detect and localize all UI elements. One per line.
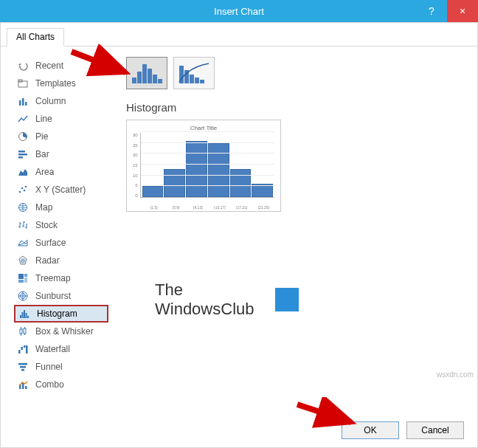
sidebar-item-line[interactable]: Line — [14, 110, 108, 128]
cancel-button[interactable]: Cancel — [406, 421, 464, 439]
svg-rect-33 — [21, 369, 24, 371]
sidebar-item-label: Area — [35, 167, 54, 177]
watermark-text: The WindowsClub — [155, 280, 254, 319]
window-title: Insert Chart — [214, 6, 264, 17]
subtype-pareto[interactable] — [173, 57, 215, 89]
watermark: The WindowsClub — [155, 280, 299, 319]
bar — [142, 186, 164, 197]
svg-rect-41 — [153, 75, 157, 83]
sidebar-item-recent[interactable]: Recent — [14, 57, 108, 75]
titlebar: Insert Chart ? × — [0, 0, 478, 22]
treemap-icon — [17, 272, 29, 284]
svg-point-9 — [19, 191, 21, 193]
scatter-icon — [17, 184, 29, 196]
sidebar-item-sunburst[interactable]: Sunburst — [14, 287, 108, 305]
window-controls: ? × — [416, 0, 478, 22]
sidebar-item-waterfall[interactable]: Waterfall — [14, 340, 108, 358]
sidebar-item-templates[interactable]: Templates — [14, 75, 108, 92]
sidebar-item-stock[interactable]: Stock — [14, 216, 108, 234]
sidebar-item-label: Line — [35, 114, 52, 124]
svg-rect-21 — [22, 312, 24, 318]
column-icon — [17, 95, 29, 107]
surface-icon — [17, 237, 29, 249]
svg-rect-31 — [18, 363, 27, 365]
svg-rect-23 — [26, 313, 27, 318]
bar — [230, 169, 252, 197]
tabstrip: All Charts — [1, 23, 477, 46]
svg-rect-42 — [158, 79, 162, 83]
x-axis: [1,5](5,9](9,13](13,17](17,21](21,25] — [133, 205, 274, 210]
svg-rect-15 — [24, 274, 27, 277]
funnel-icon — [17, 361, 29, 373]
tab-all-charts[interactable]: All Charts — [7, 28, 64, 46]
box-icon — [17, 325, 29, 337]
sidebar-item-x-y-scatter-[interactable]: X Y (Scatter) — [14, 181, 108, 199]
svg-rect-36 — [25, 386, 27, 389]
sidebar-item-label: Radar — [35, 255, 60, 266]
sidebar-item-column[interactable]: Column — [14, 92, 108, 110]
line-icon — [17, 113, 29, 125]
sidebar-item-label: Stock — [35, 220, 58, 230]
sidebar-item-combo[interactable]: Combo — [14, 376, 108, 393]
subtype-histogram[interactable] — [126, 57, 167, 89]
svg-rect-25 — [20, 329, 22, 334]
sidebar-item-label: Surface — [35, 238, 66, 248]
sidebar-item-label: Combo — [35, 379, 64, 390]
sidebar-item-label: Recent — [35, 61, 63, 71]
chart-preview[interactable]: Chart Title 302520151050 [1,5](5,9](9,13… — [126, 120, 281, 212]
bar — [208, 143, 229, 197]
svg-rect-27 — [18, 350, 21, 354]
undo-icon — [17, 60, 29, 72]
sidebar-item-box-whisker[interactable]: Box & Whisker — [14, 323, 108, 340]
svg-rect-20 — [20, 315, 21, 318]
ok-button[interactable]: OK — [342, 421, 399, 439]
plot-area — [140, 133, 274, 198]
svg-rect-22 — [24, 310, 25, 318]
sidebar-item-label: Funnel — [35, 362, 63, 372]
svg-point-12 — [25, 186, 27, 188]
sidebar-item-label: Waterfall — [35, 344, 70, 354]
chart-preview-pane: Histogram Chart Title 302520151050 [1,5]… — [113, 46, 477, 413]
histogram-icon — [131, 61, 163, 85]
chart-type-name: Histogram — [126, 101, 464, 114]
folder-icon — [17, 77, 29, 89]
sidebar-item-bar[interactable]: Bar — [14, 145, 108, 163]
pareto-icon — [178, 61, 210, 85]
svg-rect-4 — [25, 102, 27, 106]
svg-rect-35 — [22, 383, 24, 389]
bar — [164, 169, 185, 197]
svg-rect-37 — [132, 77, 136, 83]
sidebar-item-label: X Y (Scatter) — [35, 185, 86, 195]
svg-point-11 — [24, 190, 26, 192]
svg-rect-6 — [18, 151, 25, 153]
sidebar-item-label: Histogram — [37, 309, 77, 319]
help-button[interactable]: ? — [416, 0, 447, 22]
sidebar-item-histogram[interactable]: Histogram — [14, 305, 108, 323]
sidebar-item-label: Treemap — [35, 273, 71, 283]
svg-rect-3 — [22, 98, 24, 106]
svg-rect-32 — [20, 366, 26, 368]
sidebar-item-map[interactable]: Map — [14, 199, 108, 216]
y-axis: 302520151050 — [133, 133, 140, 198]
sidebar-item-label: Bar — [35, 149, 49, 159]
bar — [186, 141, 207, 197]
svg-rect-29 — [24, 345, 26, 348]
svg-rect-24 — [27, 316, 29, 318]
svg-point-10 — [21, 187, 24, 190]
svg-rect-26 — [24, 328, 26, 334]
sidebar-item-area[interactable]: Area — [14, 163, 108, 181]
sidebar-item-treemap[interactable]: Treemap — [14, 269, 108, 287]
sidebar-item-surface[interactable]: Surface — [14, 234, 108, 252]
sidebar-item-funnel[interactable]: Funnel — [14, 358, 108, 376]
sidebar-item-radar[interactable]: Radar — [14, 252, 108, 269]
sunburst-icon — [17, 290, 29, 302]
svg-rect-40 — [148, 69, 152, 83]
radar-icon — [17, 255, 29, 266]
sidebar-item-pie[interactable]: Pie — [14, 128, 108, 145]
svg-rect-30 — [26, 345, 28, 354]
sidebar-item-label: Box & Whisker — [35, 326, 94, 337]
bar-icon — [17, 148, 29, 160]
close-button[interactable]: × — [447, 0, 478, 22]
svg-rect-28 — [21, 347, 24, 350]
svg-rect-38 — [137, 72, 142, 83]
